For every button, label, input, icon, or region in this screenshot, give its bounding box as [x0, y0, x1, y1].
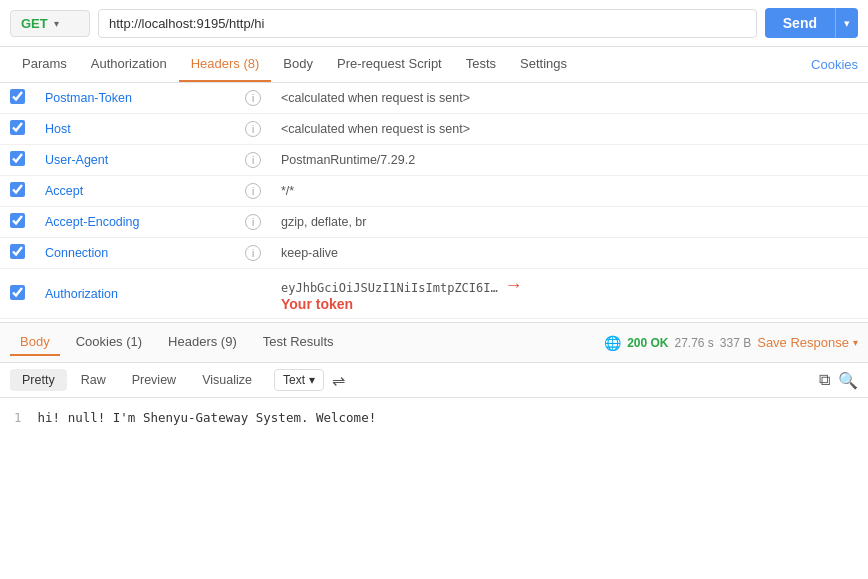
tab-prerequest[interactable]: Pre-request Script	[325, 47, 454, 82]
status-ok: 200 OK	[627, 336, 668, 350]
header-desc	[551, 238, 868, 269]
info-icon[interactable]: i	[245, 90, 261, 106]
header-value: <calculated when request is sent>	[271, 83, 551, 114]
table-row: Accept i */*	[0, 176, 868, 207]
header-key: Host	[45, 122, 71, 136]
header-value: PostmanRuntime/7.29.2	[271, 145, 551, 176]
top-bar: GET ▾ Send ▾	[0, 0, 868, 47]
method-selector[interactable]: GET ▾	[10, 10, 90, 37]
info-icon[interactable]: i	[245, 152, 261, 168]
response-time: 27.76 s	[674, 336, 713, 350]
request-nav-tabs: Params Authorization Headers (8) Body Pr…	[0, 47, 868, 83]
tab-body[interactable]: Body	[271, 47, 325, 82]
globe-icon: 🌐	[604, 335, 621, 351]
header-value: */*	[271, 176, 551, 207]
response-bar: Body Cookies (1) Headers (9) Test Result…	[0, 323, 868, 363]
row-checkbox[interactable]	[10, 182, 25, 197]
tab-headers[interactable]: Headers (8)	[179, 47, 272, 82]
header-key: Postman-Token	[45, 91, 132, 105]
table-row: User-Agent i PostmanRuntime/7.29.2	[0, 145, 868, 176]
table-row: Postman-Token i <calculated when request…	[0, 83, 868, 114]
header-desc	[551, 269, 868, 319]
cookies-link[interactable]: Cookies	[811, 48, 858, 81]
tab-settings[interactable]: Settings	[508, 47, 579, 82]
your-token-label: Your token	[281, 296, 353, 312]
header-desc	[551, 114, 868, 145]
save-response-button[interactable]: Save Response ▾	[757, 335, 858, 350]
search-button[interactable]: 🔍	[838, 371, 858, 390]
line-number: 1	[14, 410, 22, 425]
auth-token-value: eyJhbGciOiJSUzI1NiIsImtpZCI6ImNlcnQtYn..…	[281, 281, 501, 295]
res-tab-headers[interactable]: Headers (9)	[158, 329, 247, 356]
send-button[interactable]: Send	[765, 8, 835, 38]
table-row: Accept-Encoding i gzip, deflate, br	[0, 207, 868, 238]
table-row: Host i <calculated when request is sent>	[0, 114, 868, 145]
header-value: gzip, deflate, br	[271, 207, 551, 238]
info-icon[interactable]: i	[245, 245, 261, 261]
send-dropdown-button[interactable]: ▾	[835, 8, 858, 38]
tab-tests[interactable]: Tests	[454, 47, 508, 82]
view-tab-preview[interactable]: Preview	[120, 369, 188, 391]
view-tab-visualize[interactable]: Visualize	[190, 369, 264, 391]
response-body: 1hi! null! I'm Shenyu-Gateway System. We…	[0, 398, 868, 437]
view-tab-raw[interactable]: Raw	[69, 369, 118, 391]
view-tab-pretty[interactable]: Pretty	[10, 369, 67, 391]
save-response-label: Save Response	[757, 335, 849, 350]
row-checkbox[interactable]	[10, 151, 25, 166]
row-checkbox[interactable]	[10, 244, 25, 259]
header-key: User-Agent	[45, 153, 108, 167]
save-response-chevron-icon: ▾	[853, 337, 858, 348]
wrap-icon[interactable]: ⇌	[332, 371, 345, 390]
header-desc	[551, 83, 868, 114]
response-size: 337 B	[720, 336, 751, 350]
header-value: keep-alive	[271, 238, 551, 269]
arrow-icon: →	[504, 275, 522, 295]
tab-authorization[interactable]: Authorization	[79, 47, 179, 82]
format-selector[interactable]: Text ▾	[274, 369, 324, 391]
view-tabs: Pretty Raw Preview Visualize Text ▾ ⇌ ⧉ …	[0, 363, 868, 398]
table-row: Connection i keep-alive	[0, 238, 868, 269]
res-tab-body[interactable]: Body	[10, 329, 60, 356]
header-key: Authorization	[45, 287, 118, 301]
header-key: Accept-Encoding	[45, 215, 140, 229]
copy-button[interactable]: ⧉	[819, 371, 830, 389]
method-chevron-icon: ▾	[54, 18, 59, 29]
url-input[interactable]	[98, 9, 757, 38]
view-actions: ⧉ 🔍	[819, 371, 858, 390]
response-content: hi! null! I'm Shenyu-Gateway System. Wel…	[38, 410, 377, 425]
header-key: Connection	[45, 246, 108, 260]
res-tab-test-results[interactable]: Test Results	[253, 329, 344, 356]
method-label: GET	[21, 16, 48, 31]
row-checkbox[interactable]	[10, 120, 25, 135]
table-row: Authorization eyJhbGciOiJSUzI1NiIsImtpZC…	[0, 269, 868, 319]
header-value: eyJhbGciOiJSUzI1NiIsImtpZCI6ImNlcnQtYn..…	[271, 269, 551, 319]
info-icon[interactable]: i	[245, 214, 261, 230]
header-desc	[551, 176, 868, 207]
row-checkbox[interactable]	[10, 285, 25, 300]
headers-table: Postman-Token i <calculated when request…	[0, 83, 868, 323]
row-checkbox[interactable]	[10, 89, 25, 104]
format-chevron-icon: ▾	[309, 373, 315, 387]
header-value: <calculated when request is sent>	[271, 114, 551, 145]
header-desc	[551, 145, 868, 176]
format-label: Text	[283, 373, 305, 387]
header-desc	[551, 207, 868, 238]
res-tab-cookies[interactable]: Cookies (1)	[66, 329, 152, 356]
send-btn-group: Send ▾	[765, 8, 858, 38]
row-checkbox[interactable]	[10, 213, 25, 228]
tab-params[interactable]: Params	[10, 47, 79, 82]
info-icon[interactable]: i	[245, 183, 261, 199]
info-icon[interactable]: i	[245, 121, 261, 137]
header-key: Accept	[45, 184, 83, 198]
